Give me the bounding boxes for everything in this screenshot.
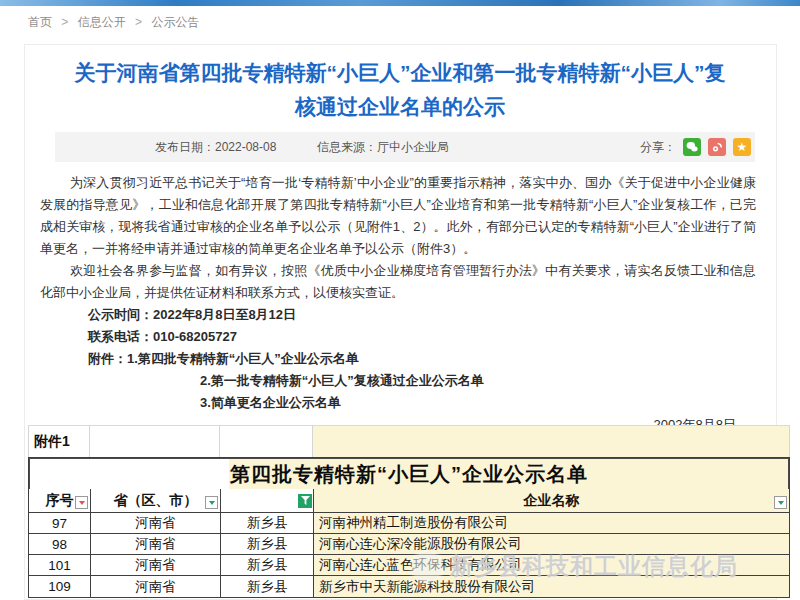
table-title-row: 第四批专精特新“小巨人”企业公示名单 (29, 458, 789, 489)
table-row: 109 河南省 新乡县 新乡市中天新能源科技股份有限公司 (29, 576, 789, 597)
attachment-line-1: 附件：1.第四批专精特新“小巨人”企业公示名单 (40, 348, 756, 370)
filter-dropdown-icon[interactable] (205, 496, 218, 509)
table-title: 第四批专精特新“小巨人”企业公示名单 (30, 459, 788, 489)
attachment-link-2[interactable]: 2.第一批专精特新“小巨人”复核通过企业公示名单 (40, 370, 756, 392)
qzone-star-icon[interactable]: ★ (733, 138, 751, 156)
breadcrumb-announcements[interactable]: 公示公告 (151, 15, 199, 29)
top-accent-bar (0, 0, 800, 6)
table-row: 98 河南省 新乡县 河南心连心深冷能源股份有限公司 (29, 534, 789, 555)
breadcrumb-separator: > (61, 15, 68, 29)
cell-serial: 109 (29, 576, 91, 597)
cell-county: 新乡县 (221, 576, 314, 597)
breadcrumb-info-disclosure[interactable]: 信息公开 (78, 15, 126, 29)
empty-cell (220, 426, 313, 457)
cell-serial: 98 (29, 534, 91, 555)
table-row: 97 河南省 新乡县 河南神州精工制造股份有限公司 (29, 513, 789, 534)
filter-dropdown-icon[interactable] (774, 496, 787, 509)
active-filter-funnel-icon[interactable] (298, 494, 312, 508)
empty-cell (90, 426, 220, 457)
page-title: 关于河南省第四批专精特新“小巨人”企业和第一批专精特新“小巨人”复核通过企业名单… (70, 56, 730, 124)
article-body: 为深入贯彻习近平总书记关于“培育一批‘专精特新’中小企业”的重要指示精神，落实中… (40, 172, 756, 436)
table-row: 101 河南省 新乡县 河南心连心蓝色环保科技有限公司 (29, 555, 789, 576)
cell-province: 河南省 (91, 576, 221, 597)
empty-yellow-cell (313, 426, 790, 457)
share-group: 分享： ★ (640, 132, 751, 162)
attachments-label: 附件： (88, 351, 127, 366)
share-label: 分享： (640, 132, 676, 162)
cell-county: 新乡县 (221, 513, 314, 534)
header-province: 省（区、市） (91, 489, 221, 513)
attachment-link-3[interactable]: 3.简单更名企业公示名单 (40, 392, 756, 414)
info-source: 信息来源：厅中小企业局 (317, 132, 449, 162)
cell-serial: 97 (29, 513, 91, 534)
cell-county: 新乡县 (221, 534, 314, 555)
header-company-name: 企业名称 (314, 489, 789, 513)
cell-province: 河南省 (91, 513, 221, 534)
sheet-label-row: 附件1 (28, 425, 790, 457)
article-meta-bar: 发布日期：2022-08-08 信息来源：厅中小企业局 分享： ★ (55, 132, 755, 162)
table-header-row: 序号 省（区、市） 企业名称 (29, 489, 789, 513)
cell-province: 河南省 (91, 555, 221, 576)
sheet-grid: 第四批专精特新“小巨人”企业公示名单 序号 省（区、市） 企业名称 (28, 457, 790, 598)
paragraph-2: 欢迎社会各界参与监督，如有异议，按照《优质中小企业梯度培育管理暂行办法》中有关要… (40, 260, 756, 304)
breadcrumb-separator: > (135, 15, 142, 29)
wechat-icon[interactable] (683, 138, 701, 156)
attachment1-label-cell: 附件1 (28, 426, 90, 457)
cell-serial: 101 (29, 555, 91, 576)
paragraph-1: 为深入贯彻习近平总书记关于“培育一批‘专精特新’中小企业”的重要指示精神，落实中… (40, 172, 756, 260)
weibo-icon[interactable] (708, 138, 726, 156)
attachment-spreadsheet: 附件1 第四批专精特新“小巨人”企业公示名单 序号 省（区、市） (28, 425, 790, 598)
notice-time-line: 公示时间：2022年8月8日至8月12日 (40, 304, 756, 326)
cell-company: 河南心连心蓝色环保科技有限公司 (314, 555, 789, 576)
cell-province: 河南省 (91, 534, 221, 555)
breadcrumb-home[interactable]: 首页 (28, 15, 52, 29)
breadcrumb: 首页 > 信息公开 > 公示公告 (28, 14, 199, 31)
cell-company: 新乡市中天新能源科技股份有限公司 (314, 576, 789, 597)
contact-phone-line: 联系电话：010-68205727 (40, 326, 756, 348)
filter-dropdown-icon[interactable] (75, 496, 88, 509)
header-serial-number: 序号 (29, 489, 91, 513)
cell-company: 河南心连心深冷能源股份有限公司 (314, 534, 789, 555)
cell-company: 河南神州精工制造股份有限公司 (314, 513, 789, 534)
publish-date: 发布日期：2022-08-08 (155, 132, 276, 162)
header-county-filtered (221, 489, 314, 513)
attachment-link-1[interactable]: 1.第四批专精特新“小巨人”企业公示名单 (127, 351, 359, 366)
cell-county: 新乡县 (221, 555, 314, 576)
